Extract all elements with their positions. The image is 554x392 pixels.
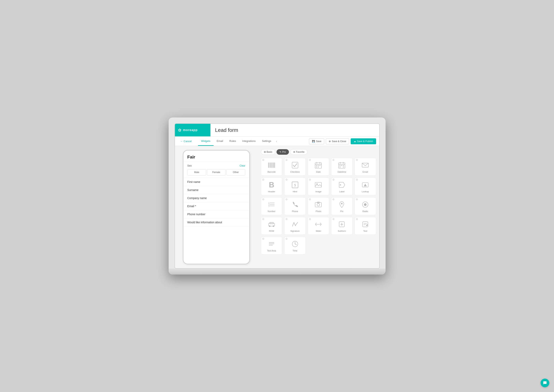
radio-label: Radio — [362, 210, 368, 212]
widget-radio-info: ⓘ — [356, 198, 358, 201]
sex-other-button[interactable]: Other — [227, 169, 245, 175]
tab-integrations[interactable]: Integrations — [239, 137, 259, 146]
rdw-label: RDW — [269, 230, 274, 232]
logo-icon: ✿ — [178, 128, 181, 133]
basic-label: Basic — [267, 151, 272, 153]
time-icon — [291, 240, 299, 248]
save-label: Save — [316, 140, 321, 143]
photo-icon — [315, 200, 322, 209]
phone-number-label: Phone number — [187, 213, 245, 216]
nav-tabs: Widgets Email Rules Integrations Setting… — [198, 137, 278, 146]
widget-header[interactable]: ⓘ B Header — [261, 178, 282, 195]
svg-rect-25 — [343, 165, 344, 166]
tab-widgets[interactable]: Widgets — [198, 137, 213, 146]
widget-image[interactable]: ⓘ Image — [308, 178, 329, 195]
filter-tab-favorite[interactable]: ★ Favorite — [290, 149, 307, 155]
widget-label[interactable]: ⓘ Label — [331, 178, 353, 195]
pin-icon — [338, 200, 346, 209]
widget-textarea-info: ⓘ — [262, 238, 264, 240]
widget-barcode-info: ⓘ — [262, 159, 264, 161]
textarea-label: Text Area — [267, 250, 276, 252]
logo-text: moreapp — [183, 128, 198, 132]
filter-tab-pro[interactable]: ✎ Pro — [277, 149, 289, 155]
datetime-icon — [338, 161, 346, 169]
first-name-field: First name — [183, 178, 249, 186]
save-close-icon: ⊕ — [329, 140, 331, 143]
widget-text[interactable]: ⓘ Text — [355, 217, 376, 235]
widget-textarea[interactable]: ⓘ Text Area — [261, 237, 282, 254]
widget-barcode[interactable]: ⓘ Barcode — [261, 158, 282, 175]
widget-photo[interactable]: ⓘ Photo — [308, 197, 329, 215]
widget-pin[interactable]: ⓘ Pin — [331, 197, 353, 215]
svg-rect-16 — [320, 165, 320, 166]
form-title-area: Lead form — [210, 127, 379, 133]
svg-rect-14 — [316, 165, 317, 166]
tab-email[interactable]: Email — [213, 137, 227, 146]
svg-line-56 — [315, 224, 317, 226]
widget-header-info: ⓘ — [262, 179, 264, 181]
widget-rdw-info: ⓘ — [262, 218, 264, 221]
widget-email[interactable]: ⓘ Email — [355, 158, 376, 175]
phone-form: Sex Clear Male Female Other First nam — [183, 162, 249, 226]
svg-point-50 — [269, 225, 270, 227]
svg-point-45 — [341, 203, 343, 204]
save-button[interactable]: 💾 Save — [309, 138, 324, 144]
widget-image-info: ⓘ — [309, 179, 311, 181]
sex-label: Sex — [187, 164, 192, 167]
svg-rect-26 — [340, 167, 341, 168]
lookup-icon — [362, 181, 369, 189]
svg-point-43 — [317, 203, 320, 206]
save-close-button[interactable]: ⊕ Save & Close — [326, 138, 349, 144]
widget-signature-info: ⓘ — [286, 218, 287, 221]
subform-icon — [338, 220, 346, 229]
widget-date[interactable]: ⓘ — [308, 158, 329, 175]
svg-rect-18 — [318, 167, 319, 168]
svg-rect-62 — [363, 222, 368, 227]
svg-rect-4 — [271, 163, 272, 168]
filter-tab-basic[interactable]: ⊞ Basic — [261, 149, 275, 155]
sex-male-button[interactable]: Male — [187, 169, 206, 175]
widget-lookup[interactable]: ⓘ Lookup — [355, 178, 376, 195]
phone-area: Fair Sex Clear Male Female — [175, 146, 258, 268]
clear-button[interactable]: Clear — [240, 164, 245, 167]
cancel-button[interactable]: ← Cancel — [178, 139, 194, 144]
widget-slider-info: ⓘ — [309, 218, 311, 221]
widget-number[interactable]: ⓘ 1 2 3 Number — [261, 197, 282, 215]
radio-icon — [362, 200, 369, 209]
widget-number-info: ⓘ — [262, 198, 264, 201]
pro-label: Pro — [282, 151, 286, 153]
svg-rect-8 — [274, 163, 275, 168]
widget-rdw[interactable]: ⓘ RDW — [261, 217, 282, 235]
widget-time[interactable]: ⓘ Time — [284, 237, 306, 254]
collapse-nav-button[interactable]: ‹ — [274, 138, 278, 144]
svg-text:5: 5 — [294, 184, 296, 187]
widget-subform[interactable]: ⓘ Subform — [331, 217, 353, 235]
widget-checkbox[interactable]: ⓘ Checkbox — [284, 158, 306, 175]
date-label: Date — [316, 171, 321, 173]
widget-html[interactable]: ⓘ 5 Html — [284, 178, 306, 195]
svg-rect-42 — [315, 203, 321, 207]
checkbox-label: Checkbox — [290, 171, 300, 173]
widget-phone[interactable]: ⓘ Phone — [284, 197, 306, 215]
main-content: Fair Sex Clear Male Female — [175, 146, 379, 268]
sex-female-button[interactable]: Female — [207, 169, 226, 175]
widget-slider[interactable]: ⓘ Slider — [308, 217, 329, 235]
barcode-icon — [268, 161, 275, 169]
svg-rect-2 — [270, 163, 270, 168]
widget-signature[interactable]: ⓘ Signature — [284, 217, 306, 235]
widget-radio[interactable]: ⓘ Radio — [355, 197, 376, 215]
chat-button[interactable] — [540, 378, 549, 387]
save-publish-button[interactable]: ☁ Save & Publish — [351, 138, 376, 144]
tab-rules[interactable]: Rules — [226, 137, 239, 146]
date-icon — [315, 161, 322, 169]
sex-section: Sex Clear Male Female Other — [183, 162, 249, 178]
laptop-base — [169, 269, 386, 274]
number-label: Number — [268, 210, 275, 212]
tab-settings[interactable]: Settings — [259, 137, 274, 146]
image-icon — [315, 181, 322, 189]
widget-text-info: ⓘ — [356, 218, 358, 221]
signature-label: Signature — [290, 230, 300, 232]
svg-marker-35 — [364, 184, 367, 186]
rdw-icon — [268, 220, 275, 229]
widget-datetime[interactable]: ⓘ — [331, 158, 353, 175]
